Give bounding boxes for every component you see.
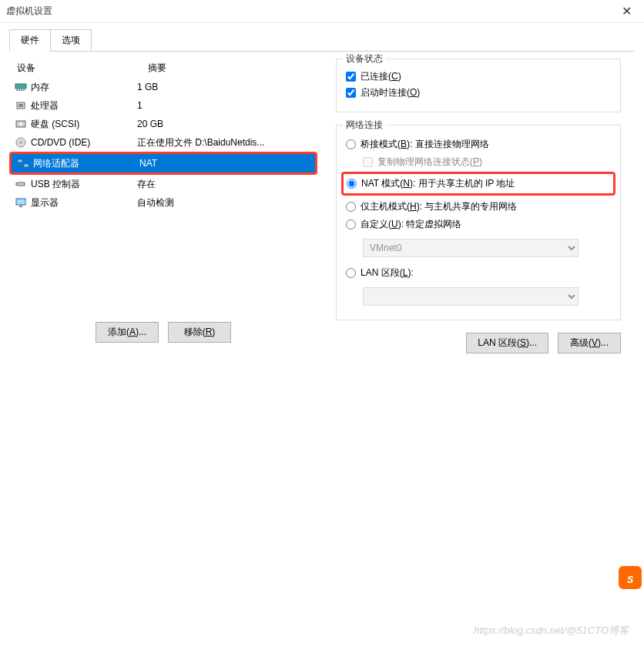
right-buttons: LAN 区段(S)... 高级(V)...	[336, 333, 621, 353]
hostonly-radio[interactable]: 仅主机模式(H): 与主机共享的专用网络	[346, 200, 611, 213]
display-icon	[14, 196, 28, 209]
tabs: 硬件 选项	[0, 29, 644, 52]
device-summary: 20 GB	[137, 119, 313, 129]
device-name: 硬盘 (SCSI)	[31, 118, 79, 131]
watermark: https://blog.csdn.net/@51CTO博客	[474, 624, 629, 638]
connect-on-start-input[interactable]	[346, 88, 356, 98]
hostonly-input[interactable]	[346, 202, 356, 212]
device-name: 显示器	[31, 196, 59, 209]
add-button[interactable]: 添加(A)...	[96, 322, 159, 343]
col-summary: 摘要	[148, 62, 310, 75]
settings-panel: 设备状态 已连接(C) 启动时连接(O) 网络连接 桥接模式(B): 直接连接物…	[336, 59, 621, 353]
device-name: 处理器	[31, 99, 59, 112]
device-summary: 正在使用文件 D:\BaiduNetdis...	[137, 136, 313, 149]
lanseg-input[interactable]	[346, 268, 356, 278]
device-name: USB 控制器	[31, 178, 80, 191]
device-row-cpu[interactable]: 处理器 1	[9, 96, 317, 115]
tab-hardware[interactable]: 硬件	[9, 29, 51, 52]
svg-rect-4	[23, 89, 25, 91]
nat-radio[interactable]: NAT 模式(N): 用于共享主机的 IP 地址	[347, 177, 610, 190]
lanseg-radio[interactable]: LAN 区段(L):	[346, 266, 611, 280]
connected-input[interactable]	[346, 72, 356, 82]
device-name: CD/DVD (IDE)	[31, 137, 90, 148]
connect-on-start-checkbox[interactable]: 启动时连接(O)	[346, 86, 611, 99]
svg-rect-13	[17, 183, 25, 186]
svg-rect-0	[15, 84, 26, 89]
network-connection-title: 网络连接	[343, 119, 386, 132]
device-summary: 存在	[137, 178, 313, 191]
tab-options[interactable]: 选项	[50, 29, 92, 52]
tab-underline	[9, 51, 635, 52]
lanseg-select	[363, 287, 579, 306]
replicate-input	[363, 157, 373, 167]
svg-text:S: S	[627, 574, 633, 585]
device-row-memory[interactable]: 内存 1 GB	[9, 78, 317, 96]
cpu-icon	[14, 99, 28, 112]
device-name: 网络适配器	[33, 157, 79, 170]
titlebar: 虚拟机设置 ✕	[0, 0, 644, 23]
svg-rect-12	[24, 164, 29, 167]
bridged-input[interactable]	[346, 139, 356, 149]
svg-rect-1	[16, 89, 18, 91]
svg-rect-14	[15, 183, 17, 185]
custom-input[interactable]	[346, 219, 356, 229]
memory-icon	[14, 81, 28, 93]
device-row-disk[interactable]: 硬盘 (SCSI) 20 GB	[9, 115, 317, 133]
device-summary: 1	[137, 100, 313, 111]
highlight-network-row: 网络适配器 NAT	[9, 152, 317, 175]
lan-segments-button[interactable]: LAN 区段(S)...	[466, 333, 548, 353]
col-device: 设备	[17, 62, 148, 75]
device-row-cd[interactable]: CD/DVD (IDE) 正在使用文件 D:\BaiduNetdis...	[9, 133, 317, 152]
svg-rect-6	[18, 104, 23, 107]
device-table-header: 设备 摘要	[9, 59, 317, 78]
svg-rect-16	[19, 206, 22, 207]
network-connection-group: 网络连接 桥接模式(B): 直接连接物理网络 复制物理网络连接状态(P) NAT…	[336, 125, 621, 320]
custom-radio[interactable]: 自定义(U): 特定虚拟网络	[346, 218, 611, 231]
bridged-radio[interactable]: 桥接模式(B): 直接连接物理网络	[346, 138, 611, 151]
device-summary: NAT	[139, 158, 310, 169]
svg-rect-11	[18, 159, 22, 162]
window-title: 虚拟机设置	[6, 5, 615, 18]
cd-icon	[14, 136, 28, 149]
advanced-button[interactable]: 高级(V)...	[558, 333, 621, 353]
device-summary: 自动检测	[137, 196, 313, 209]
device-name: 内存	[31, 81, 49, 94]
device-row-usb[interactable]: USB 控制器 存在	[9, 175, 317, 193]
device-panel: 设备 摘要 内存 1 GB 处理器 1 硬盘 (SCSI) 20 GB CD/D…	[9, 59, 317, 353]
device-table: 设备 摘要 内存 1 GB 处理器 1 硬盘 (SCSI) 20 GB CD/D…	[9, 59, 317, 212]
svg-rect-3	[21, 89, 22, 91]
device-buttons: 添加(A)... 移除(R)	[9, 316, 317, 353]
network-icon	[16, 157, 30, 169]
device-status-title: 设备状态	[343, 52, 386, 65]
content: 设备 摘要 内存 1 GB 处理器 1 硬盘 (SCSI) 20 GB CD/D…	[0, 52, 644, 353]
connected-checkbox[interactable]: 已连接(C)	[346, 70, 611, 83]
device-status-group: 设备状态 已连接(C) 启动时连接(O)	[336, 59, 621, 112]
disk-icon	[14, 118, 28, 130]
highlight-nat: NAT 模式(N): 用于共享主机的 IP 地址	[341, 172, 615, 196]
device-row-network[interactable]: 网络适配器 NAT	[12, 154, 315, 172]
custom-select: VMnet0	[363, 239, 579, 257]
device-summary: 1 GB	[137, 82, 313, 92]
device-row-display[interactable]: 显示器 自动检测	[9, 193, 317, 212]
svg-rect-15	[16, 199, 25, 205]
svg-rect-2	[18, 89, 20, 91]
svg-point-10	[20, 142, 22, 144]
nat-input[interactable]	[347, 179, 357, 189]
svg-point-8	[19, 122, 22, 126]
replicate-checkbox: 复制物理网络连接状态(P)	[363, 156, 611, 169]
remove-button[interactable]: 移除(R)	[168, 322, 231, 343]
sogou-ime-icon: S	[616, 564, 644, 591]
usb-icon	[14, 178, 28, 190]
close-icon[interactable]: ✕	[615, 4, 638, 18]
